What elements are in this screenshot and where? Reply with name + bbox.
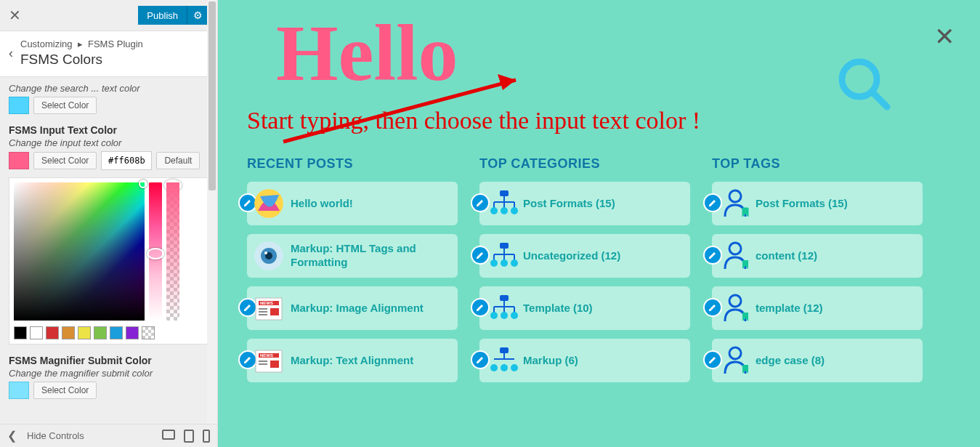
color-picker-alpha-strip[interactable]: [166, 182, 179, 321]
svg-point-55: [729, 190, 741, 202]
publish-settings-button[interactable]: ⚙: [187, 6, 208, 25]
tag-link[interactable]: content (12): [756, 249, 817, 263]
edit-badge[interactable]: [703, 298, 722, 317]
swatch-purple[interactable]: [126, 326, 139, 339]
collapse-icon[interactable]: ❮: [7, 429, 17, 443]
search-color-desc: Change the search ... text color: [9, 83, 208, 94]
svg-rect-20: [259, 363, 267, 365]
tag-link[interactable]: template (12): [756, 302, 823, 315]
edit-badge[interactable]: [471, 246, 490, 265]
top-categories-heading: TOP CATEGORIES: [479, 156, 690, 172]
recent-post-link[interactable]: Hello world!: [291, 197, 353, 211]
back-button[interactable]: ‹: [9, 46, 20, 61]
edit-badge[interactable]: [703, 350, 722, 369]
category-icon: [488, 188, 520, 220]
desktop-preview-icon[interactable]: [162, 430, 175, 440]
svg-rect-13: [259, 311, 267, 313]
input-select-color-button[interactable]: Select Color: [33, 152, 97, 169]
magnifier-select-color-button[interactable]: Select Color: [33, 382, 97, 399]
tag-user-icon: [722, 188, 751, 220]
edit-badge[interactable]: [471, 298, 490, 317]
category-card[interactable]: Post Formats (15): [479, 182, 690, 225]
magnifier-color-label: FSMS Magnifier Submit Color: [9, 355, 208, 366]
tag-link[interactable]: Post Formats (15): [756, 197, 848, 211]
tag-link[interactable]: edge case (8): [756, 354, 825, 368]
svg-point-29: [501, 207, 508, 214]
edit-badge[interactable]: [703, 246, 722, 265]
tablet-preview-icon[interactable]: [184, 430, 194, 443]
color-picker-saturation-value[interactable]: [14, 182, 145, 321]
category-link[interactable]: Post Formats (15): [523, 197, 615, 211]
tag-card[interactable]: template (12): [712, 286, 923, 330]
tag-card[interactable]: Post Formats (15): [712, 182, 923, 225]
tag-card[interactable]: content (12): [712, 234, 923, 278]
svg-point-30: [511, 207, 518, 214]
svg-point-52: [490, 364, 498, 371]
recent-posts-heading: RECENT POSTS: [247, 156, 458, 172]
hide-controls-button[interactable]: Hide Controls: [27, 430, 84, 441]
svg-point-47: [501, 312, 508, 319]
category-link[interactable]: Uncategorized (12): [523, 249, 620, 263]
sv-handle[interactable]: [139, 180, 147, 188]
svg-point-37: [490, 259, 498, 267]
swatch-white[interactable]: [30, 326, 43, 339]
category-link[interactable]: Markup (6): [523, 354, 578, 368]
breadcrumb: Customizing ▸ FSMS Plugin: [20, 39, 143, 51]
swatch-green[interactable]: [94, 326, 107, 339]
recent-post-link[interactable]: Markup: Text Alignment: [291, 354, 413, 368]
color-preset-swatches: [14, 326, 203, 339]
mobile-preview-icon[interactable]: [203, 430, 210, 443]
edit-badge[interactable]: [471, 193, 490, 212]
swatch-yellow[interactable]: [78, 326, 91, 339]
input-hex-field[interactable]: [101, 151, 152, 170]
recent-post-card[interactable]: Markup: HTML Tags and Formatting: [247, 234, 458, 278]
input-color-swatch: [9, 152, 29, 169]
swatch-red[interactable]: [46, 326, 59, 339]
svg-point-28: [490, 207, 498, 214]
svg-point-48: [511, 312, 518, 319]
publish-button[interactable]: Publish: [138, 6, 187, 25]
tag-user-icon: [722, 345, 751, 376]
swatch-blue[interactable]: [110, 326, 123, 339]
swatch-black[interactable]: [14, 326, 27, 339]
swatch-orange[interactable]: [62, 326, 75, 339]
edit-badge[interactable]: [471, 350, 490, 369]
tag-card[interactable]: edge case (8): [712, 339, 923, 382]
fsms-search-input[interactable]: [247, 7, 799, 100]
search-select-color-button[interactable]: Select Color: [33, 97, 97, 114]
svg-point-8: [264, 251, 267, 254]
color-picker-hue-strip[interactable]: [149, 182, 162, 321]
news-thumb-icon: NEWS: [254, 346, 283, 375]
magnifier-icon[interactable]: [835, 55, 893, 113]
customizer-footer: ❮ Hide Controls: [0, 424, 217, 447]
search-color-swatch: [9, 97, 29, 114]
top-tags-heading: TOP TAGS: [712, 156, 923, 172]
recent-post-card[interactable]: NEWS Markup: Text Alignment: [247, 339, 458, 382]
gear-icon: ⚙: [193, 9, 203, 21]
edit-badge[interactable]: [703, 193, 722, 212]
news-thumb-icon: NEWS: [254, 294, 283, 323]
recent-post-card[interactable]: NEWS Markup: Image Alignment: [247, 286, 458, 330]
category-card[interactable]: Template (10): [479, 286, 690, 330]
category-link[interactable]: Template (10): [523, 302, 593, 315]
preview-close-icon[interactable]: ✕: [934, 22, 955, 51]
svg-point-54: [511, 364, 518, 371]
close-customizer-icon[interactable]: ✕: [9, 7, 21, 24]
site-preview-pane: ✕ Start typing, then choose the input te…: [218, 0, 980, 447]
input-default-button[interactable]: Default: [156, 152, 200, 169]
recent-post-link[interactable]: Markup: Image Alignment: [291, 302, 424, 315]
recent-post-link[interactable]: Markup: HTML Tags and Formatting: [291, 242, 448, 270]
sidebar-scrollbar[interactable]: [207, 0, 217, 447]
category-card[interactable]: Uncategorized (12): [479, 234, 690, 278]
recent-post-card[interactable]: Hello world!: [247, 182, 458, 225]
hue-handle[interactable]: [147, 248, 164, 259]
svg-point-58: [729, 347, 741, 359]
category-icon: [488, 292, 520, 324]
svg-rect-21: [270, 361, 279, 368]
category-card[interactable]: Markup (6): [479, 339, 690, 382]
svg-point-46: [490, 312, 498, 319]
svg-text:NEWS: NEWS: [260, 353, 273, 358]
alpha-handle[interactable]: [164, 180, 182, 191]
svg-rect-40: [500, 295, 509, 301]
swatch-transparent[interactable]: [142, 326, 155, 339]
